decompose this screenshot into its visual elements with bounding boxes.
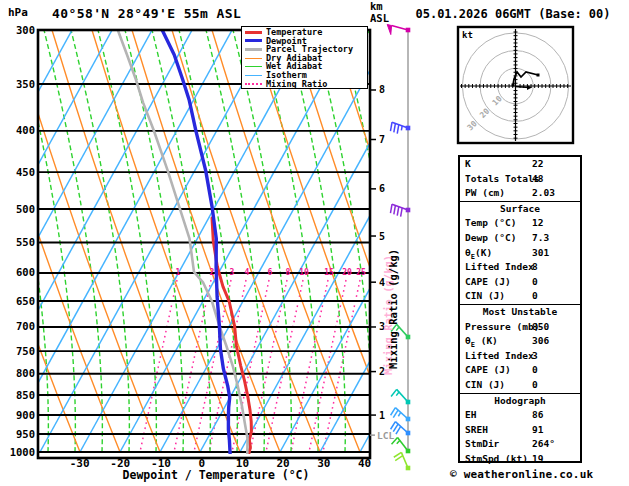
table-section-surface: SurfaceTemp (°C)12Dewp (°C)7.3θE(K)301Li… [460, 201, 580, 304]
table-row: θE(K)301 [460, 246, 580, 261]
svg-text:650: 650 [16, 295, 35, 307]
svg-text:800: 800 [16, 367, 35, 379]
svg-text:8: 8 [379, 84, 385, 95]
datetime-label: 05.01.2026 06GMT (Base: 00) [399, 7, 627, 21]
legend-line-sample [245, 39, 262, 42]
svg-text:400: 400 [16, 124, 35, 136]
table-row-label: Lifted Index [465, 350, 534, 361]
svg-text:6: 6 [268, 268, 273, 277]
svg-text:350: 350 [16, 78, 35, 90]
table-row-label: Totals Totals [465, 173, 539, 184]
table-row-label: K [465, 158, 471, 169]
svg-text:15: 15 [324, 268, 334, 277]
svg-text:8: 8 [286, 268, 291, 277]
svg-text:1000: 1000 [10, 446, 35, 458]
svg-text:750: 750 [16, 345, 35, 357]
legend-line-sample [245, 66, 262, 67]
svg-text:1: 1 [379, 410, 385, 421]
table-row-value: 0 [532, 363, 538, 378]
storm-motion-arrow [515, 87, 529, 88]
table-row-label: θE (K) [465, 335, 498, 346]
svg-text:5: 5 [379, 231, 385, 242]
svg-text:3: 3 [230, 268, 235, 277]
wind-barb [394, 452, 410, 470]
legend-line-sample [245, 83, 262, 85]
svg-text:300: 300 [16, 24, 35, 36]
table-section-header: Surface [460, 202, 580, 217]
svg-text:600: 600 [16, 266, 35, 278]
table-row-value: 0 [532, 378, 538, 393]
pressure-unit-label: hPa [8, 6, 28, 19]
page-title: 40°58'N 28°49'E 55m ASL [52, 6, 241, 21]
table-section-header: Most Unstable [460, 305, 580, 320]
table-row: EH86 [460, 408, 580, 423]
table-row-value: 0 [532, 289, 538, 304]
table-row-label: EH [465, 409, 476, 420]
svg-text:700: 700 [16, 320, 35, 332]
table-row: Temp (°C)12 [460, 216, 580, 231]
table-section-header: Hodograph [460, 394, 580, 409]
table-row-label: StmDir [465, 438, 499, 449]
altitude-unit-label: km ASL [370, 1, 389, 24]
svg-text:6: 6 [379, 183, 385, 194]
lcl-label: LCL [377, 430, 394, 441]
svg-text:20: 20 [342, 268, 352, 277]
svg-text:950: 950 [16, 428, 35, 440]
wind-barbs [387, 24, 410, 470]
svg-text:1: 1 [176, 268, 181, 277]
legend: TemperatureDewpointParcel TrajectoryDry … [241, 26, 368, 89]
legend-label: Mixing Ratio [266, 80, 327, 89]
table-row: PW (cm)2.03 [460, 186, 580, 201]
svg-text:850: 850 [16, 389, 35, 401]
table-row-value: 2.03 [532, 186, 555, 201]
svg-text:7: 7 [379, 134, 385, 145]
svg-text:10: 10 [299, 268, 309, 277]
table-row-value: 48 [532, 172, 543, 187]
table-row-label: Pressure (mb) [465, 321, 539, 332]
table-row: CAPE (J)0 [460, 363, 580, 378]
svg-text:25: 25 [356, 268, 366, 277]
table-row: Lifted Index3 [460, 349, 580, 364]
x-axis-title: Dewpoint / Temperature (°C) [61, 468, 371, 482]
legend-line-sample [245, 48, 262, 51]
table-row-value: 7.3 [532, 231, 549, 246]
hodograph-panel: 102030kt [458, 27, 573, 143]
indices-table: K22Totals Totals48PW (cm)2.03SurfaceTemp… [458, 155, 582, 463]
table-row: CIN (J)0 [460, 289, 580, 304]
table-row: θE (K)306 [460, 334, 580, 349]
legend-item-mixing-ratio: Mixing Ratio [245, 80, 367, 89]
legend-line-sample [245, 31, 262, 34]
table-section-hodograph: HodographEH86SREH91StmDir264°StmSpd (kt)… [460, 393, 580, 467]
table-row: Totals Totals48 [460, 172, 580, 187]
svg-text:2: 2 [210, 268, 215, 277]
table-row: Dewp (°C)7.3 [460, 231, 580, 246]
legend-line-sample [245, 75, 262, 76]
svg-text:4: 4 [245, 268, 250, 277]
wind-barb [387, 24, 410, 34]
table-row-value: 306 [532, 334, 549, 349]
table-row: StmSpd (kt)19 [460, 452, 580, 467]
table-row-value: 264° [532, 437, 555, 452]
table-row-label: Lifted Index [465, 261, 534, 272]
table-row-value: 12 [532, 216, 543, 231]
table-row-label: θE(K) [465, 247, 492, 258]
sounding-app: { "header": { "pressure_unit": "hPa", "t… [0, 0, 629, 486]
copyright-watermark: © weatheronline.co.uk [450, 468, 593, 481]
table-row-label: CIN (J) [465, 379, 505, 390]
svg-text:550: 550 [16, 236, 35, 248]
table-row: StmDir264° [460, 437, 580, 452]
table-row: Lifted Index8 [460, 260, 580, 275]
table-row-label: CAPE (J) [465, 364, 511, 375]
svg-text:900: 900 [16, 409, 35, 421]
hodograph-unit-label: kt [462, 30, 473, 40]
svg-text:450: 450 [16, 166, 35, 178]
table-section: K22Totals Totals48PW (cm)2.03 [460, 157, 580, 201]
table-row-value: 301 [532, 246, 549, 261]
table-row-value: 91 [532, 423, 543, 438]
legend-line-sample [245, 58, 262, 59]
table-row-label: StmSpd (kt) [465, 453, 528, 464]
table-row: CAPE (J)0 [460, 275, 580, 290]
table-row-value: 86 [532, 408, 543, 423]
table-row-value: 0 [532, 275, 538, 290]
table-row: CIN (J)0 [460, 378, 580, 393]
